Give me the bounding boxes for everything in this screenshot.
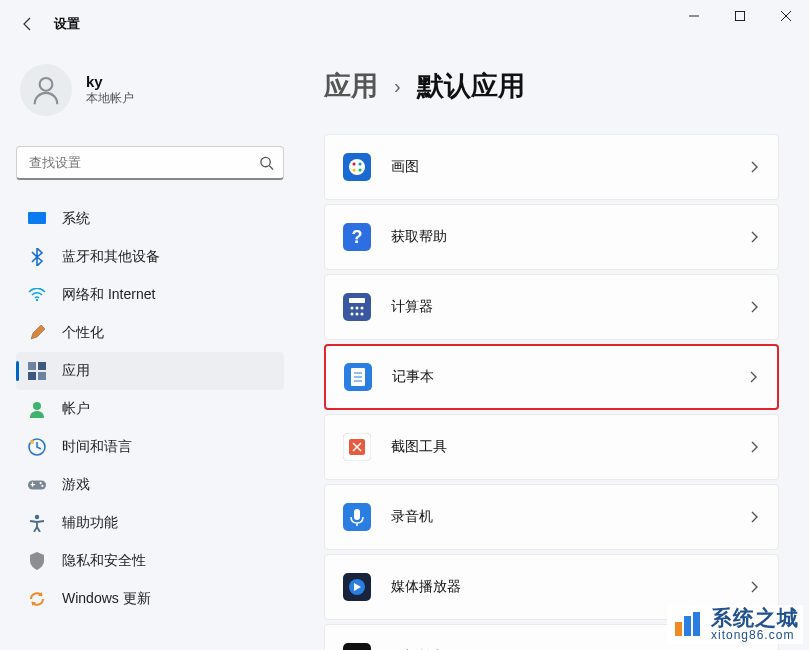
- search-icon: [259, 156, 274, 171]
- nav-item-bluetooth[interactable]: 蓝牙和其他设备: [16, 238, 284, 276]
- nav-item-label: 隐私和安全性: [62, 552, 146, 570]
- nav-item-accounts[interactable]: 帐户: [16, 390, 284, 428]
- update-icon: [28, 590, 46, 608]
- nav-item-label: 游戏: [62, 476, 90, 494]
- svg-rect-29: [349, 298, 365, 303]
- breadcrumb-root[interactable]: 应用: [324, 68, 378, 104]
- minimize-button[interactable]: [671, 0, 717, 32]
- nav-item-privacy[interactable]: 隐私和安全性: [16, 542, 284, 580]
- time-icon: [28, 438, 46, 456]
- nav-item-system[interactable]: 系统: [16, 200, 284, 238]
- window-title: 设置: [54, 15, 80, 33]
- apps-icon: [28, 362, 46, 380]
- chevron-right-icon: [748, 511, 760, 523]
- eye-app-icon: [343, 643, 371, 650]
- calculator-app-icon: [343, 293, 371, 321]
- accounts-icon: [28, 400, 46, 418]
- breadcrumb-current: 默认应用: [417, 68, 525, 104]
- app-item-recorder[interactable]: 录音机: [324, 484, 779, 550]
- svg-point-23: [359, 163, 362, 166]
- arrow-left-icon: [20, 16, 36, 32]
- profile-block[interactable]: ky 本地帐户: [16, 58, 284, 122]
- app-item-snip[interactable]: 截图工具: [324, 414, 779, 480]
- nav-item-label: 个性化: [62, 324, 104, 342]
- svg-point-31: [356, 307, 359, 310]
- app-item-label: 记事本: [392, 368, 747, 386]
- svg-line-6: [269, 166, 273, 170]
- app-list: 画图 ? 获取帮助 计算器 记事本 截图工具 录音机 媒体播放器 目视控制: [324, 134, 779, 650]
- nav-item-network[interactable]: 网络和 Internet: [16, 276, 284, 314]
- svg-rect-50: [675, 622, 682, 636]
- watermark-logo-icon: [671, 608, 703, 640]
- nav-item-label: 应用: [62, 362, 90, 380]
- nav-item-gaming[interactable]: 游戏: [16, 466, 284, 504]
- accessibility-icon: [28, 514, 46, 532]
- svg-rect-44: [354, 509, 360, 520]
- person-icon: [29, 73, 63, 107]
- svg-rect-9: [28, 362, 36, 370]
- svg-point-30: [351, 307, 354, 310]
- privacy-icon: [28, 552, 46, 570]
- nav-item-update[interactable]: Windows 更新: [16, 580, 284, 618]
- breadcrumb: 应用 › 默认应用: [324, 68, 779, 104]
- svg-point-32: [361, 307, 364, 310]
- chevron-right-icon: [747, 371, 759, 383]
- back-button[interactable]: [8, 4, 48, 44]
- gaming-icon: [28, 476, 46, 494]
- app-item-label: 获取帮助: [391, 228, 748, 246]
- app-item-calculator[interactable]: 计算器: [324, 274, 779, 340]
- paint-app-icon: [343, 153, 371, 181]
- avatar: [20, 64, 72, 116]
- svg-rect-51: [684, 616, 691, 636]
- breadcrumb-separator: ›: [394, 75, 401, 98]
- svg-point-8: [36, 299, 38, 301]
- system-icon: [28, 210, 46, 228]
- search-input[interactable]: [16, 146, 284, 180]
- svg-point-4: [40, 78, 53, 91]
- app-item-label: 计算器: [391, 298, 748, 316]
- app-item-notepad[interactable]: 记事本: [324, 344, 779, 410]
- svg-point-15: [30, 440, 34, 444]
- profile-subtitle: 本地帐户: [86, 90, 134, 107]
- svg-point-13: [33, 402, 41, 410]
- app-item-label: 录音机: [391, 508, 748, 526]
- main-content: 应用 › 默认应用 画图 ? 获取帮助 计算器 记事本 截图工具 录音机 媒体播…: [300, 48, 809, 650]
- svg-point-34: [356, 313, 359, 316]
- help-app-icon: ?: [343, 223, 371, 251]
- svg-point-19: [35, 515, 39, 519]
- close-button[interactable]: [763, 0, 809, 32]
- svg-point-24: [353, 169, 356, 172]
- app-item-label: 截图工具: [391, 438, 748, 456]
- nav-item-apps[interactable]: 应用: [16, 352, 284, 390]
- app-item-help[interactable]: ? 获取帮助: [324, 204, 779, 270]
- nav-item-label: Windows 更新: [62, 590, 151, 608]
- watermark: 系统之城 xitong86.com: [667, 605, 803, 644]
- svg-point-17: [40, 482, 42, 484]
- maximize-icon: [735, 11, 745, 21]
- svg-text:?: ?: [352, 227, 363, 247]
- sidebar: ky 本地帐户 系统蓝牙和其他设备网络和 Internet个性化应用帐户时间和语…: [0, 48, 300, 650]
- app-item-paint[interactable]: 画图: [324, 134, 779, 200]
- network-icon: [28, 286, 46, 304]
- nav-item-label: 系统: [62, 210, 90, 228]
- nav-item-personalize[interactable]: 个性化: [16, 314, 284, 352]
- nav-item-label: 辅助功能: [62, 514, 118, 532]
- nav-item-label: 网络和 Internet: [62, 286, 155, 304]
- svg-point-5: [261, 157, 270, 166]
- nav-item-label: 帐户: [62, 400, 90, 418]
- svg-point-35: [361, 313, 364, 316]
- bluetooth-icon: [28, 248, 46, 266]
- nav-list: 系统蓝牙和其他设备网络和 Internet个性化应用帐户时间和语言游戏辅助功能隐…: [16, 200, 284, 618]
- maximize-button[interactable]: [717, 0, 763, 32]
- nav-item-accessibility[interactable]: 辅助功能: [16, 504, 284, 542]
- watermark-url: xitong86.com: [711, 628, 799, 642]
- recorder-app-icon: [343, 503, 371, 531]
- svg-rect-47: [343, 643, 371, 650]
- svg-rect-1: [736, 12, 745, 21]
- svg-point-21: [349, 159, 365, 175]
- nav-item-time[interactable]: 时间和语言: [16, 428, 284, 466]
- svg-point-18: [41, 485, 43, 487]
- snip-app-icon: [343, 433, 371, 461]
- chevron-right-icon: [748, 301, 760, 313]
- chevron-right-icon: [748, 161, 760, 173]
